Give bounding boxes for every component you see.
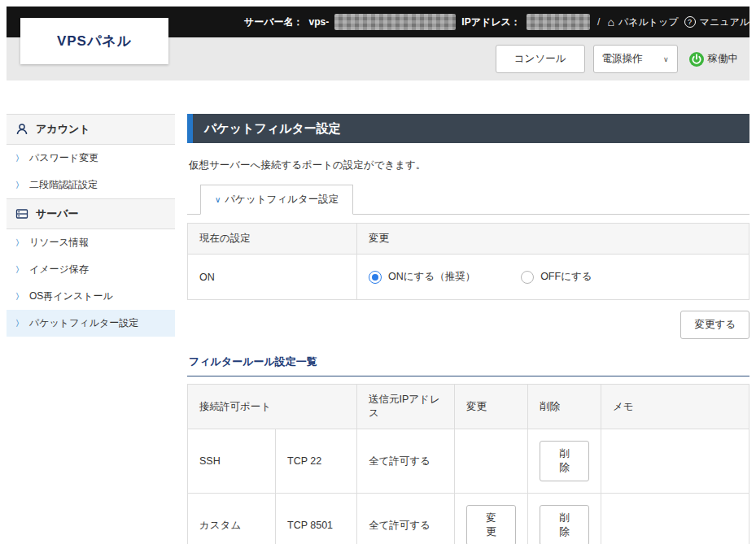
sidebar: アカウント 〉 パスワード変更 〉 二段階認証設定 サーバー 〉 リソース情報 [7, 114, 175, 337]
radio-off-label: OFFにする [540, 270, 592, 284]
logo-text: VPSパネル [57, 32, 132, 50]
sidebar-item-label: 二段階認証設定 [29, 178, 98, 192]
change-button[interactable]: 変更 [466, 505, 516, 544]
status-badge: 稼働中 [689, 52, 739, 67]
sidebar-section-label: サーバー [36, 207, 79, 221]
column-header-change: 変更 [455, 385, 528, 429]
sidebar-item-label: OS再インストール [29, 289, 113, 303]
column-header-port: 接続許可ポート [188, 385, 357, 429]
column-header-current: 現在の設定 [188, 224, 357, 255]
sidebar-item-image-save[interactable]: 〉 イメージ保存 [7, 256, 175, 283]
logo[interactable]: VPSパネル [20, 18, 168, 64]
sidebar-section-label: アカウント [36, 122, 90, 137]
manual-link[interactable]: ? マニュアル [684, 15, 749, 29]
status-label: 稼働中 [708, 52, 739, 66]
column-header-change: 変更 [357, 224, 749, 255]
radio-off-icon[interactable] [521, 271, 534, 284]
ip-label: IPアドレス： [461, 15, 520, 29]
sidebar-item-two-factor[interactable]: 〉 二段階認証設定 [7, 172, 175, 198]
rule-name: カスタム [188, 494, 276, 544]
tab-label: パケットフィルター設定 [225, 193, 339, 207]
tab-bar: ∨ パケットフィルター設定 [187, 185, 749, 215]
current-setting-value: ON [188, 255, 357, 300]
page-description: 仮想サーバーへ接続するポートの設定ができます。 [189, 159, 749, 172]
rule-name: SSH [188, 429, 276, 494]
chevron-right-icon: 〉 [15, 318, 24, 329]
sidebar-section-server: サーバー [7, 198, 175, 229]
rule-port: TCP 8501 [276, 494, 357, 544]
radio-on-icon[interactable] [369, 271, 382, 284]
page-title: パケットフィルター設定 [187, 114, 749, 143]
column-header-delete: 削除 [528, 385, 601, 429]
sidebar-item-resource-info[interactable]: 〉 リソース情報 [7, 229, 175, 256]
filter-rules-table: 接続許可ポート 送信元IPアドレス 変更 削除 メモ SSH TCP 22 全て… [187, 384, 749, 544]
chevron-right-icon: 〉 [15, 153, 24, 164]
delete-button[interactable]: 削除 [540, 441, 589, 481]
power-icon [689, 52, 704, 67]
sidebar-section-account: アカウント [7, 114, 175, 145]
separator-slash: / [597, 16, 600, 28]
manual-label: マニュアル [700, 15, 749, 29]
rule-memo [601, 494, 749, 544]
filter-toggle-table: 現在の設定 変更 ON ONにする（推奨） [187, 223, 749, 300]
table-row-custom: カスタム TCP 8501 全て許可する 変更 削除 [188, 494, 749, 544]
chevron-right-icon: 〉 [15, 291, 24, 302]
power-menu-label: 電源操作 [602, 52, 643, 66]
power-menu-select[interactable]: 電源操作 ∨ [593, 45, 678, 73]
apply-change-button[interactable]: 変更する [680, 311, 749, 339]
console-button[interactable]: コンソール [496, 45, 585, 73]
chevron-right-icon: 〉 [15, 264, 24, 276]
panel-top-link[interactable]: ⌂ パネルトップ [607, 15, 678, 29]
server-name-prefix: vps- [309, 16, 330, 28]
radio-option-off[interactable]: OFFにする [521, 270, 592, 284]
rule-port: TCP 22 [276, 429, 357, 494]
radio-option-on[interactable]: ONにする（推奨） [369, 270, 475, 284]
chevron-right-icon: 〉 [15, 237, 24, 249]
delete-button[interactable]: 削除 [540, 505, 589, 544]
sidebar-item-label: イメージ保存 [29, 263, 89, 276]
chevron-right-icon: 〉 [15, 180, 24, 191]
chevron-down-icon: ∨ [663, 55, 669, 63]
tab-packet-filter[interactable]: ∨ パケットフィルター設定 [200, 185, 353, 215]
rule-source: 全て許可する [357, 494, 455, 544]
rule-change-cell [455, 429, 528, 494]
help-icon: ? [684, 16, 696, 28]
server-name-label: サーバー名： [244, 15, 304, 29]
table-row-ssh: SSH TCP 22 全て許可する 削除 [188, 429, 749, 494]
panel-top-label: パネルトップ [618, 15, 679, 29]
chevron-down-icon: ∨ [215, 195, 221, 204]
column-header-memo: メモ [601, 385, 749, 429]
column-header-source-ip: 送信元IPアドレス [357, 385, 455, 429]
sidebar-item-label: パスワード変更 [29, 151, 98, 165]
sidebar-item-os-reinstall[interactable]: 〉 OS再インストール [7, 283, 175, 310]
rule-source: 全て許可する [357, 429, 455, 494]
home-icon: ⌂ [607, 16, 614, 28]
rules-section-heading: フィルタールール設定一覧 [187, 355, 749, 376]
rule-memo [601, 429, 749, 494]
radio-on-label: ONにする（推奨） [388, 270, 475, 284]
person-icon [15, 123, 28, 136]
page: サーバー名： vps- IPアドレス： / ⌂ パネルトップ ? マニュアル コ… [7, 7, 749, 544]
table-row: ON ONにする（推奨） OFFにする [188, 255, 749, 300]
ip-redacted [527, 14, 590, 30]
sidebar-item-password-change[interactable]: 〉 パスワード変更 [7, 145, 175, 172]
sidebar-item-label: パケットフィルター設定 [29, 316, 138, 330]
server-name-redacted [334, 14, 456, 30]
sidebar-item-label: リソース情報 [29, 236, 89, 250]
main-content: パケットフィルター設定 仮想サーバーへ接続するポートの設定ができます。 ∨ パケ… [187, 114, 749, 544]
server-icon [15, 207, 28, 220]
sidebar-item-packet-filter[interactable]: 〉 パケットフィルター設定 [7, 310, 175, 337]
